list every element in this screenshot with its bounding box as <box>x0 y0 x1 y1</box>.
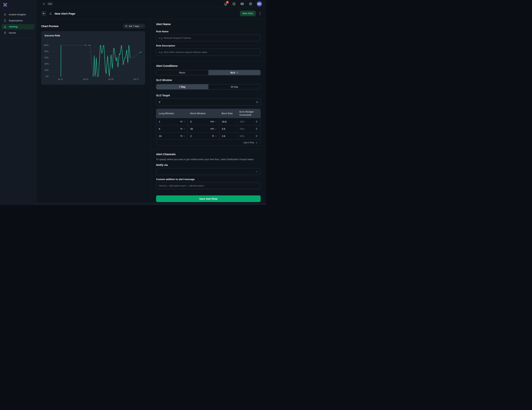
sidebar-item-label: Explorations <box>9 19 23 22</box>
burn-rate-cell[interactable]: 16.8 <box>219 118 237 125</box>
alert-conditions-heading: Alert Conditions <box>156 64 261 67</box>
delete-row-button[interactable] <box>255 120 258 123</box>
col-short-window: Short Window <box>188 109 219 118</box>
svg-text:40%: 40% <box>45 63 48 65</box>
error-budget-value: 10% <box>240 120 244 123</box>
unit-value: hr <box>180 120 182 123</box>
svg-text:Jul 11: Jul 11 <box>58 78 63 80</box>
burn-rate-cell[interactable]: 2.8 <box>219 132 237 139</box>
info-icon[interactable] <box>236 72 238 74</box>
long-unit-select[interactable]: hr <box>180 128 185 130</box>
chevron-down-icon <box>215 128 217 130</box>
alert-name-block: Alert Name Rule Name Rule Description <box>156 19 261 61</box>
short-unit-select[interactable]: min <box>210 128 217 130</box>
rule-description-input[interactable] <box>156 49 261 55</box>
error-budget-cell: 20% <box>237 125 260 132</box>
short-unit-select[interactable]: min <box>210 120 217 123</box>
table-header-row: Long Window Short Window Burn Rate Error… <box>156 109 260 118</box>
short-window-cell: 5 min <box>188 118 219 125</box>
success-rate-chart: 0%20%40%60%80%100%Jul 11Jul 13Jul 15Jul … <box>41 31 145 85</box>
chevron-down-icon <box>215 135 217 137</box>
long-window-value[interactable]: 24 <box>159 135 162 137</box>
sidebar-item-alerting[interactable]: Alerting <box>1 24 35 29</box>
logo-icon[interactable] <box>3 2 8 7</box>
history-button[interactable] <box>232 2 236 6</box>
help-button[interactable] <box>248 2 253 6</box>
back-button[interactable] <box>41 11 46 16</box>
short-window-value[interactable]: 5 <box>190 120 191 123</box>
custom-addition-input[interactable] <box>156 182 261 189</box>
search-shortcut-badge: ⌘K <box>47 2 53 5</box>
tab-30-day[interactable]: 30 Day <box>208 84 260 89</box>
more-options-button[interactable] <box>259 11 261 16</box>
header-actions: New Alert <box>240 11 261 16</box>
tab-slo[interactable]: SLO <box>208 70 260 75</box>
long-window-value[interactable]: 6 <box>159 128 160 130</box>
col-error-budget: Error Budget Consumed <box>237 109 260 118</box>
slo-window-toggle: 7 Day 30 Day <box>156 84 261 90</box>
shortcuts-button[interactable] <box>240 2 244 6</box>
save-alert-rule-button[interactable]: Save Alert Rule <box>156 195 261 202</box>
unit-value: min <box>210 120 214 123</box>
tab-7-day[interactable]: 7 Day <box>156 84 208 89</box>
slo-target-input[interactable] <box>156 99 261 106</box>
svg-text:0%: 0% <box>46 75 48 77</box>
sidebar-item-explorations[interactable]: Explorations <box>1 18 35 23</box>
notifications-button[interactable]: 1 <box>224 2 228 6</box>
clock-icon <box>232 2 236 6</box>
plus-icon <box>256 142 258 144</box>
rule-name-input[interactable] <box>156 35 261 41</box>
alert-channels-block: Alert Channels To specify where you want… <box>156 153 261 203</box>
svg-text:100%: 100% <box>43 44 48 46</box>
long-unit-select[interactable]: hr <box>180 120 185 123</box>
notification-count-badge: 1 <box>226 1 229 3</box>
main-column: ⌘K 1 <box>36 0 266 205</box>
chevron-down-icon <box>215 121 217 123</box>
global-search[interactable]: ⌘K <box>42 2 53 6</box>
short-unit-select[interactable]: hr <box>212 135 217 137</box>
short-window-value[interactable]: 30 <box>190 128 193 130</box>
tab-slo-label: SLO <box>230 71 235 74</box>
svg-text:Jul 15: Jul 15 <box>108 78 114 80</box>
long-unit-select[interactable]: hr <box>180 135 185 137</box>
chart-preview-header: Chart Preview last 7 days <box>41 24 145 29</box>
long-window-value[interactable]: 1 <box>159 120 160 123</box>
time-range-value: last 7 days <box>129 25 140 27</box>
arrow-left-icon <box>42 12 45 15</box>
notify-via-select[interactable] <box>156 168 261 175</box>
sidebar-item-instant-insights[interactable]: Instant Insights <box>1 12 35 17</box>
trash-icon <box>255 128 258 130</box>
long-window-cell: 6 hr <box>156 125 188 132</box>
time-range-dropdown[interactable]: last 7 days <box>123 24 145 29</box>
tab-basic[interactable]: Basic <box>156 70 208 75</box>
archive-icon <box>3 31 7 35</box>
chart-preview-title: Chart Preview <box>41 25 58 28</box>
avatar[interactable]: MG <box>257 1 262 7</box>
chart-preview-section: Chart Preview last 7 days <box>36 19 151 203</box>
rule-name-label: Rule Name <box>156 30 261 33</box>
add-row-label: Add A Row <box>243 141 254 144</box>
new-alert-button[interactable]: New Alert <box>240 11 256 16</box>
explorations-icon <box>3 19 7 22</box>
add-row-button[interactable]: Add A Row <box>243 141 258 144</box>
table-row: 6 hr 30 min 5.6 20% <box>156 125 260 132</box>
timer-icon <box>125 25 128 27</box>
alert-conditions-block: Alert Conditions Basic SLO SLO Window 7 … <box>156 64 261 149</box>
unit-value: hr <box>180 128 182 130</box>
delete-row-button[interactable] <box>255 127 258 130</box>
sidebar: Instant Insights Explorations Alerting <box>0 0 36 205</box>
svg-text:Jul 13: Jul 13 <box>83 78 88 80</box>
burn-rate-table: Long Window Short Window Burn Rate Error… <box>156 109 261 146</box>
notify-via-label: Notify via <box>156 164 261 166</box>
chart-card: Success Rate 0%20%40%60%80%100%Jul 11Jul… <box>41 31 145 85</box>
lightning-icon <box>3 13 7 16</box>
delete-row-button[interactable] <box>255 134 258 138</box>
percent-suffix: % <box>256 101 258 103</box>
chevron-down-icon <box>183 128 185 130</box>
keyboard-icon <box>240 2 244 6</box>
alarm-bell-icon <box>3 25 7 28</box>
short-window-value[interactable]: 2 <box>190 135 191 137</box>
burn-rate-cell[interactable]: 5.6 <box>219 125 237 132</box>
trash-icon <box>255 135 258 137</box>
sidebar-item-issues[interactable]: Issues <box>1 30 35 36</box>
